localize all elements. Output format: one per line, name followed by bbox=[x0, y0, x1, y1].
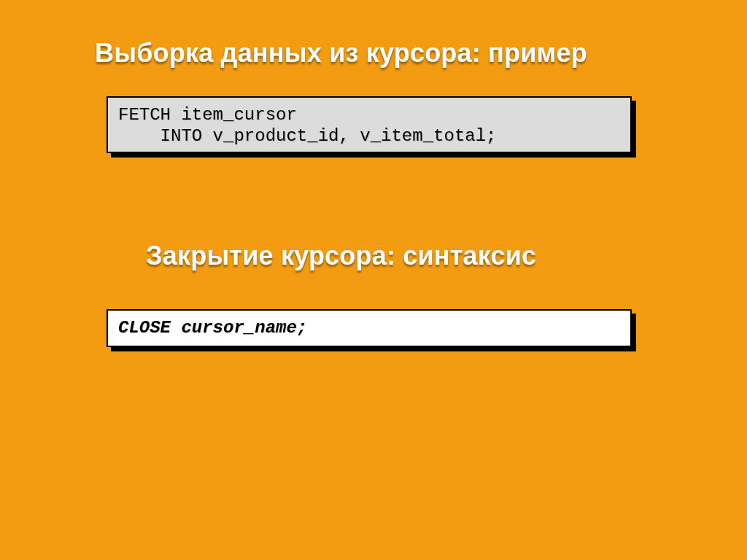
heading-fetch-example: Выборка данных из курсора: пример bbox=[95, 38, 587, 69]
code-box-fetch: FETCH item_cursor INTO v_product_id, v_i… bbox=[107, 96, 632, 153]
heading-close-syntax: Закрытие курсора: синтаксис bbox=[146, 241, 536, 271]
code-line: INTO v_product_id, v_item_total; bbox=[118, 126, 620, 147]
code-line: FETCH item_cursor bbox=[118, 105, 620, 126]
code-box-close: CLOSE cursor_name; bbox=[107, 309, 632, 347]
code-line: CLOSE cursor_name; bbox=[118, 318, 620, 339]
slide: Выборка данных из курсора: пример FETCH … bbox=[0, 0, 747, 560]
